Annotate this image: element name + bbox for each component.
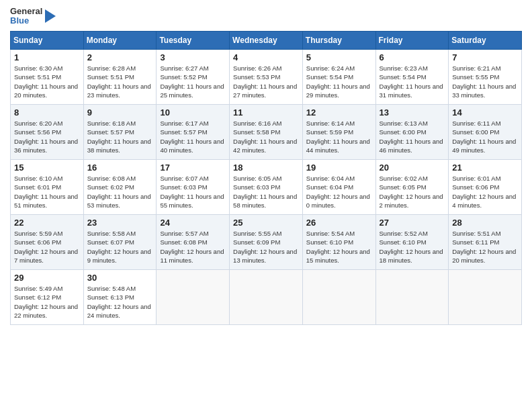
calendar-cell: 19Sunrise: 6:04 AMSunset: 6:04 PMDayligh…: [302, 160, 375, 215]
calendar-cell: [375, 270, 449, 325]
sunrise-text: Sunrise: 6:30 AM: [14, 64, 62, 72]
days-header-row: SundayMondayTuesdayWednesdayThursdayFrid…: [11, 32, 522, 50]
day-header-friday: Friday: [375, 32, 449, 50]
day-info: Sunrise: 5:59 AMSunset: 6:06 PMDaylight:…: [14, 229, 80, 265]
day-header-thursday: Thursday: [302, 32, 375, 50]
calendar-cell: 22Sunrise: 5:59 AMSunset: 6:06 PMDayligh…: [11, 215, 84, 270]
sunset-text: Sunset: 5:55 PM: [452, 73, 499, 81]
sunrise-text: Sunrise: 5:51 AM: [452, 230, 500, 237]
sunrise-text: Sunrise: 5:59 AM: [14, 230, 62, 237]
calendar-cell: 30Sunrise: 5:48 AMSunset: 6:13 PMDayligh…: [83, 270, 157, 325]
calendar-cell: [302, 270, 375, 325]
sunset-text: Sunset: 5:52 PM: [160, 73, 207, 81]
daylight-text: Daylight: 11 hours and 42 minutes.: [233, 138, 297, 154]
sunset-text: Sunset: 6:05 PM: [380, 183, 427, 191]
sunrise-text: Sunrise: 6:07 AM: [160, 175, 208, 182]
calendar-cell: 28Sunrise: 5:51 AMSunset: 6:11 PMDayligh…: [449, 215, 522, 270]
sunrise-text: Sunrise: 6:27 AM: [160, 64, 208, 72]
calendar-cell: 3Sunrise: 6:27 AMSunset: 5:52 PMDaylight…: [157, 50, 230, 105]
sunrise-text: Sunrise: 6:23 AM: [380, 64, 428, 72]
daylight-text: Daylight: 12 hours and 9 minutes.: [87, 248, 151, 264]
day-header-wednesday: Wednesday: [230, 32, 303, 50]
sunset-text: Sunset: 5:57 PM: [87, 128, 134, 136]
day-info: Sunrise: 6:28 AMSunset: 5:51 PMDaylight:…: [87, 64, 153, 99]
day-number: 14: [452, 107, 518, 118]
day-header-sunday: Sunday: [11, 32, 84, 50]
sunrise-text: Sunrise: 6:26 AM: [233, 64, 281, 72]
day-info: Sunrise: 6:01 AMSunset: 6:06 PMDaylight:…: [452, 174, 518, 210]
daylight-text: Daylight: 12 hours and 0 minutes.: [306, 193, 370, 209]
daylight-text: Daylight: 11 hours and 46 minutes.: [380, 138, 443, 154]
day-number: 12: [306, 107, 372, 118]
daylight-text: Daylight: 11 hours and 31 minutes.: [380, 83, 443, 99]
calendar-cell: 12Sunrise: 6:14 AMSunset: 5:59 PMDayligh…: [302, 105, 375, 160]
sunrise-text: Sunrise: 6:11 AM: [452, 120, 500, 127]
day-number: 6: [380, 52, 445, 62]
calendar-cell: [449, 270, 522, 325]
day-info: Sunrise: 6:10 AMSunset: 6:01 PMDaylight:…: [14, 174, 80, 210]
sunset-text: Sunset: 6:04 PM: [306, 183, 353, 191]
daylight-text: Daylight: 11 hours and 33 minutes.: [452, 83, 516, 99]
sunset-text: Sunset: 6:10 PM: [306, 238, 353, 246]
day-info: Sunrise: 6:02 AMSunset: 6:05 PMDaylight:…: [380, 174, 445, 210]
sunset-text: Sunset: 6:01 PM: [14, 183, 61, 191]
sunset-text: Sunset: 5:58 PM: [233, 128, 280, 136]
sunrise-text: Sunrise: 6:24 AM: [306, 64, 355, 72]
day-info: Sunrise: 6:23 AMSunset: 5:54 PMDaylight:…: [380, 64, 445, 99]
day-number: 22: [14, 218, 80, 228]
day-info: Sunrise: 6:18 AMSunset: 5:57 PMDaylight:…: [87, 119, 153, 154]
day-info: Sunrise: 6:11 AMSunset: 6:00 PMDaylight:…: [452, 119, 518, 154]
day-number: 13: [380, 107, 445, 118]
calendar-cell: 27Sunrise: 5:52 AMSunset: 6:10 PMDayligh…: [375, 215, 449, 270]
daylight-text: Daylight: 11 hours and 53 minutes.: [87, 193, 151, 209]
daylight-text: Daylight: 11 hours and 55 minutes.: [160, 193, 224, 209]
sunrise-text: Sunrise: 6:20 AM: [14, 120, 62, 127]
sunrise-text: Sunrise: 6:04 AM: [306, 175, 355, 182]
calendar-cell: 6Sunrise: 6:23 AMSunset: 5:54 PMDaylight…: [375, 50, 449, 105]
sunset-text: Sunset: 6:03 PM: [160, 183, 207, 191]
sunset-text: Sunset: 5:57 PM: [160, 128, 207, 136]
day-number: 5: [306, 52, 372, 62]
daylight-text: Daylight: 11 hours and 25 minutes.: [160, 83, 224, 99]
day-header-monday: Monday: [83, 32, 157, 50]
sunset-text: Sunset: 5:53 PM: [233, 73, 280, 81]
day-number: 1: [14, 52, 80, 62]
daylight-text: Daylight: 11 hours and 36 minutes.: [14, 138, 78, 154]
daylight-text: Daylight: 11 hours and 49 minutes.: [452, 138, 516, 154]
calendar-cell: 17Sunrise: 6:07 AMSunset: 6:03 PMDayligh…: [157, 160, 230, 215]
sunrise-text: Sunrise: 6:17 AM: [160, 120, 208, 127]
sunset-text: Sunset: 6:09 PM: [233, 238, 280, 246]
daylight-text: Daylight: 11 hours and 44 minutes.: [306, 138, 370, 154]
sunset-text: Sunset: 5:59 PM: [306, 128, 353, 136]
week-row-5: 29Sunrise: 5:49 AMSunset: 6:12 PMDayligh…: [11, 270, 522, 325]
daylight-text: Daylight: 12 hours and 18 minutes.: [380, 248, 443, 264]
day-number: 19: [306, 163, 372, 173]
calendar-table: SundayMondayTuesdayWednesdayThursdayFrid…: [10, 31, 522, 325]
day-header-tuesday: Tuesday: [157, 32, 230, 50]
day-number: 17: [160, 163, 226, 173]
sunrise-text: Sunrise: 6:05 AM: [233, 175, 281, 182]
daylight-text: Daylight: 12 hours and 22 minutes.: [14, 303, 78, 319]
daylight-text: Daylight: 12 hours and 24 minutes.: [87, 303, 151, 319]
sunrise-text: Sunrise: 6:18 AM: [87, 120, 136, 127]
sunset-text: Sunset: 5:51 PM: [87, 73, 134, 81]
day-number: 11: [233, 107, 299, 118]
day-info: Sunrise: 6:07 AMSunset: 6:03 PMDaylight:…: [160, 174, 226, 210]
day-info: Sunrise: 5:48 AMSunset: 6:13 PMDaylight:…: [87, 284, 153, 320]
day-info: Sunrise: 6:26 AMSunset: 5:53 PMDaylight:…: [233, 64, 299, 99]
calendar-cell: [230, 270, 303, 325]
day-number: 28: [452, 218, 518, 228]
calendar-cell: 16Sunrise: 6:08 AMSunset: 6:02 PMDayligh…: [83, 160, 157, 215]
day-info: Sunrise: 6:20 AMSunset: 5:56 PMDaylight:…: [14, 119, 80, 154]
sunset-text: Sunset: 5:56 PM: [14, 128, 61, 136]
svg-marker-0: [45, 9, 56, 23]
daylight-text: Daylight: 11 hours and 40 minutes.: [160, 138, 224, 154]
logo-blue-text: Blue: [10, 16, 42, 26]
day-info: Sunrise: 6:17 AMSunset: 5:57 PMDaylight:…: [160, 119, 226, 154]
day-number: 27: [380, 218, 445, 228]
sunset-text: Sunset: 6:10 PM: [380, 238, 427, 246]
day-info: Sunrise: 6:08 AMSunset: 6:02 PMDaylight:…: [87, 174, 153, 210]
calendar-cell: 20Sunrise: 6:02 AMSunset: 6:05 PMDayligh…: [375, 160, 449, 215]
day-number: 20: [380, 163, 445, 173]
week-row-2: 8Sunrise: 6:20 AMSunset: 5:56 PMDaylight…: [11, 105, 522, 160]
